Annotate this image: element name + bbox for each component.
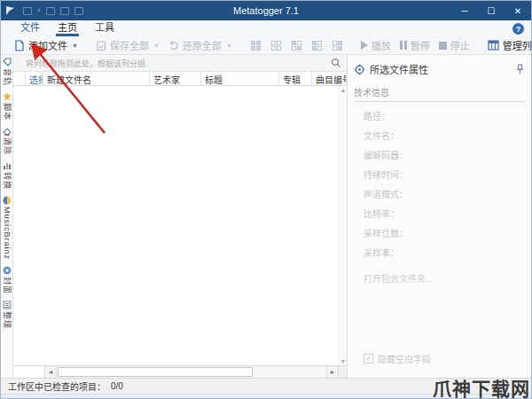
search-icon[interactable] bbox=[331, 58, 341, 68]
properties-panel: 所选文件属性 技术信息 路径： 文件名： 编解码器： 持续时间： 声道模式： 比… bbox=[348, 55, 531, 378]
hide-empty-fields-label: 隐藏空白字段 bbox=[378, 352, 431, 365]
script-icon bbox=[3, 92, 12, 101]
tag-icon bbox=[3, 58, 12, 66]
help-icon[interactable]: ? bbox=[512, 23, 524, 35]
checkbox-checked-icon[interactable]: ✓ bbox=[364, 354, 373, 364]
menu-home[interactable]: 主页 bbox=[49, 18, 86, 36]
manage-columns-button[interactable]: 管理列 bbox=[485, 36, 532, 54]
select-all-grid-icon bbox=[250, 40, 262, 51]
restore-all-button[interactable]: 还原全部 ▼ bbox=[166, 36, 235, 54]
add-files-button[interactable]: 添加文件 ▼ bbox=[12, 36, 81, 54]
app-body: 音轨 脚本 清除 转换 MusicBrainz 封面 bbox=[1, 55, 531, 378]
musicbrainz-icon bbox=[3, 196, 12, 205]
quick-access-icon[interactable] bbox=[46, 7, 55, 15]
field-bit-depth: 采样位数： bbox=[364, 226, 531, 239]
add-file-icon bbox=[14, 40, 25, 51]
field-bitrate: 比特率： bbox=[364, 207, 531, 220]
column-header-track-number[interactable]: 曲目编号 bbox=[312, 72, 347, 85]
status-label: 工作区中已检查的项目： bbox=[8, 379, 106, 393]
column-header-album[interactable]: 专辑 bbox=[279, 72, 312, 85]
window-controls: ─ ☐ ✕ bbox=[451, 1, 531, 20]
column-header-select[interactable]: 选择 bbox=[26, 72, 43, 85]
column-header-artist[interactable]: 艺术家 bbox=[150, 72, 201, 85]
organize-list-icon bbox=[3, 301, 12, 309]
menu-tools[interactable]: 工具 bbox=[86, 18, 123, 36]
chevron-down-icon: ▼ bbox=[72, 43, 78, 49]
check-grid-icon bbox=[311, 40, 323, 51]
sidebar-tab-convert[interactable]: 转换 bbox=[2, 161, 12, 190]
play-label: 播放 bbox=[372, 38, 391, 52]
horizontal-scrollbar[interactable]: ◄ ► bbox=[13, 365, 347, 378]
invert-selection-grid-icon bbox=[291, 40, 302, 51]
pause-button[interactable]: 暂停 bbox=[397, 36, 433, 54]
manage-columns-label: 管理列 bbox=[503, 38, 532, 52]
scroll-down-icon[interactable]: ▼ bbox=[340, 357, 347, 365]
restore-all-label: 还原全部 bbox=[183, 38, 222, 52]
add-files-label: 添加文件 bbox=[28, 38, 67, 52]
open-containing-folder-link[interactable]: 打开包含文件夹... bbox=[364, 271, 531, 285]
chevron-down-icon: ▼ bbox=[153, 43, 160, 49]
sidebar-tab-organize[interactable]: 整理 bbox=[2, 301, 12, 329]
clean-icon bbox=[3, 127, 12, 136]
scroll-up-icon[interactable]: ▲ bbox=[340, 86, 347, 94]
pin-icon[interactable] bbox=[516, 64, 524, 74]
scroll-left-icon[interactable]: ◄ bbox=[45, 366, 57, 378]
save-icon bbox=[96, 40, 106, 51]
column-header-title[interactable]: 标题 bbox=[201, 72, 279, 85]
play-button[interactable]: 播放 bbox=[358, 36, 394, 54]
status-value: 0/0 bbox=[111, 381, 123, 391]
convert-icon bbox=[3, 161, 12, 170]
chevron-down-icon[interactable]: ▾ bbox=[37, 7, 41, 14]
sidebar-tab-tracks[interactable]: 音轨 bbox=[2, 58, 12, 86]
sidebar-tab-scripts[interactable]: 脚本 bbox=[2, 92, 12, 121]
scrollbar-thumb[interactable] bbox=[58, 367, 253, 377]
uncheck-grid-icon bbox=[332, 40, 343, 51]
table-columns-icon bbox=[488, 40, 499, 51]
play-icon bbox=[361, 41, 368, 50]
invert-selection-button[interactable] bbox=[288, 39, 305, 52]
field-path: 路径： bbox=[364, 109, 531, 122]
properties-panel-title: 所选文件属性 bbox=[370, 62, 512, 76]
stop-label: 停止 bbox=[450, 38, 470, 52]
quick-access-icon[interactable] bbox=[74, 7, 83, 15]
pause-icon bbox=[400, 41, 407, 50]
group-by-bar[interactable]: 将列标题拖到此处，根据该列分组 bbox=[13, 55, 347, 72]
menu-file[interactable]: 文件 bbox=[12, 18, 49, 36]
field-codec: 编解码器： bbox=[364, 148, 531, 161]
hide-empty-fields-row[interactable]: ✓ 隐藏空白字段 bbox=[364, 352, 431, 365]
group-by-hint: 将列标题拖到此处，根据该列分组 bbox=[26, 58, 331, 69]
toolbar: 添加文件 ▼ 保存全部 ▼ 还原全部 ▼ 播放 bbox=[1, 36, 531, 55]
ribbon-menu: 文件 主页 工具 ? bbox=[1, 20, 531, 36]
check-selection-button[interactable] bbox=[309, 39, 325, 52]
field-filename: 文件名： bbox=[364, 129, 531, 142]
stop-button[interactable]: 停止 bbox=[436, 36, 473, 54]
save-all-button[interactable]: 保存全部 ▼ bbox=[93, 36, 162, 54]
save-all-label: 保存全部 bbox=[110, 38, 149, 52]
vertical-scrollbar[interactable]: ▲ ▼ bbox=[339, 86, 347, 365]
select-all-button[interactable] bbox=[247, 39, 264, 52]
scroll-right-icon[interactable]: ► bbox=[326, 366, 338, 378]
left-tab-strip: 音轨 脚本 清除 转换 MusicBrainz 封面 bbox=[1, 55, 13, 378]
table-header-row: 选择 新建文件名 艺术家 标题 专辑 曲目编号 bbox=[13, 72, 347, 86]
sidebar-tab-clean[interactable]: 清除 bbox=[2, 127, 12, 155]
sidebar-tab-covers[interactable]: 封面 bbox=[2, 266, 12, 294]
quick-access-toolbar[interactable]: ▾ bbox=[23, 7, 83, 15]
column-header-new-filename[interactable]: 新建文件名 bbox=[43, 72, 150, 85]
maximize-button[interactable]: ☐ bbox=[478, 1, 505, 20]
scrollbar-track[interactable] bbox=[57, 366, 326, 378]
uncheck-selection-button[interactable] bbox=[329, 39, 346, 52]
stop-icon bbox=[439, 42, 447, 50]
app-logo-icon bbox=[5, 5, 16, 16]
technical-fields: 路径： 文件名： 编解码器： 持续时间： 声道模式： 比特率： 采样位数： 采样… bbox=[348, 109, 531, 259]
minimize-button[interactable]: ─ bbox=[451, 1, 478, 20]
close-button[interactable]: ✕ bbox=[505, 1, 531, 20]
deselect-all-button[interactable] bbox=[268, 39, 285, 52]
properties-panel-header: 所选文件属性 bbox=[348, 55, 531, 82]
quick-access-icon[interactable] bbox=[60, 7, 69, 15]
table-body-empty[interactable]: ▲ ▼ bbox=[13, 86, 347, 365]
quick-access-icon[interactable] bbox=[23, 7, 32, 15]
watermark-text: 爪神下载网 bbox=[433, 379, 530, 398]
cover-icon bbox=[3, 266, 12, 275]
sidebar-tab-musicbrainz[interactable]: MusicBrainz bbox=[2, 196, 12, 260]
scrollbar-corner bbox=[338, 366, 347, 378]
